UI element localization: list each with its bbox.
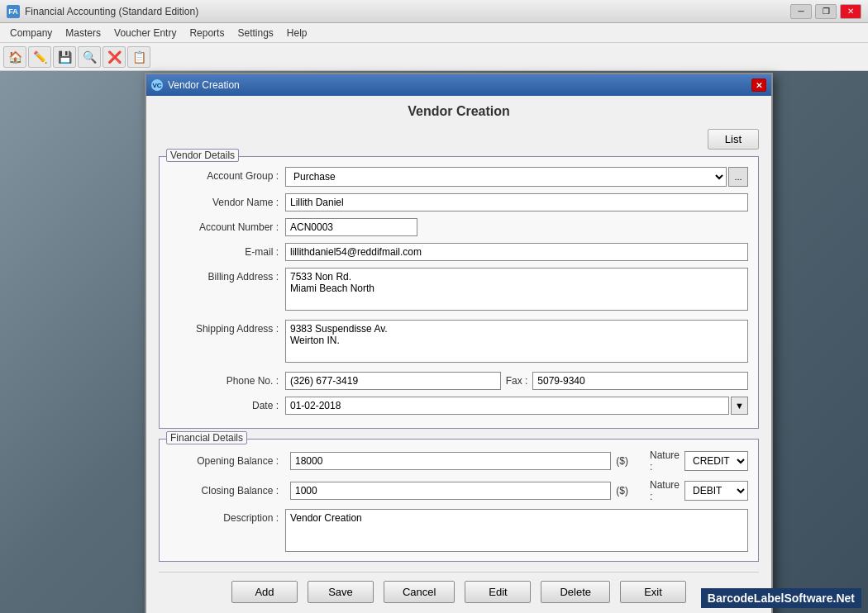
dialog-titlebar: VC Vendor Creation ✕: [146, 74, 771, 96]
description-row: Description : Vendor Creation: [169, 509, 748, 554]
email-control: [285, 243, 748, 261]
vendor-name-label: Vendor Name :: [169, 193, 285, 208]
dialog-body: Vendor Creation List Vendor Details Acco…: [146, 96, 771, 613]
vendor-details-section: Vendor Details Account Group : Purchase …: [159, 156, 759, 429]
account-number-row: Account Number :: [169, 218, 748, 236]
closing-nature-label: Nature :: [650, 479, 680, 502]
fax-label: Fax :: [506, 375, 528, 387]
opening-balance-label: Opening Balance :: [169, 455, 285, 467]
menu-settings[interactable]: Settings: [231, 26, 279, 40]
email-input[interactable]: [285, 243, 748, 261]
dialog-titlebar-left: VC Vendor Creation: [151, 79, 240, 91]
shipping-address-label: Shipping Address :: [169, 320, 285, 335]
toolbar-clipboard[interactable]: 📋: [127, 46, 150, 68]
date-label: Date :: [169, 397, 285, 411]
account-number-input[interactable]: [285, 218, 417, 236]
edit-button[interactable]: Edit: [465, 581, 531, 603]
vendor-name-control: [285, 193, 748, 211]
date-input[interactable]: [285, 397, 729, 415]
vendor-details-label: Vendor Details: [166, 149, 239, 162]
app-icon: FA: [7, 5, 20, 18]
toolbar-edit[interactable]: ✏️: [28, 46, 51, 68]
exit-button[interactable]: Exit: [620, 581, 686, 603]
button-bar: Add Save Cancel Edit Delete Exit: [159, 572, 759, 607]
account-group-row: Account Group : Purchase Sales Expense I…: [169, 167, 748, 187]
closing-nature-select[interactable]: DEBIT CREDIT: [684, 481, 748, 501]
date-input-row: ▼: [285, 397, 748, 415]
menubar: Company Masters Voucher Entry Reports Se…: [0, 23, 868, 43]
closing-balance-label: Closing Balance :: [169, 485, 285, 497]
delete-button[interactable]: Delete: [541, 581, 610, 603]
save-button[interactable]: Save: [308, 581, 374, 603]
financial-details-label: Financial Details: [166, 431, 247, 444]
dialog-close-button[interactable]: ✕: [751, 78, 766, 92]
toolbar-home[interactable]: 🏠: [3, 46, 26, 68]
watermark: BarcodeLabelSoftware.Net: [701, 588, 861, 608]
restore-button[interactable]: ❐: [815, 4, 837, 19]
email-label: E-mail :: [169, 243, 285, 258]
opening-balance-input[interactable]: [290, 452, 611, 470]
add-button[interactable]: Add: [231, 581, 298, 603]
shipping-address-control: 9383 Suspendisse Av. Weirton IN.: [285, 320, 748, 365]
billing-address-row: Billing Address : 7533 Non Rd. Miami Bea…: [169, 268, 748, 313]
shipping-address-input[interactable]: 9383 Suspendisse Av. Weirton IN.: [285, 320, 748, 363]
account-group-control: Purchase Sales Expense Income ...: [285, 167, 748, 187]
window-controls: ─ ❐ ✕: [790, 4, 861, 19]
minimize-button[interactable]: ─: [790, 4, 812, 19]
closing-balance-row: Closing Balance : ($) Nature : DEBIT CRE…: [169, 479, 748, 502]
dialog-heading: Vendor Creation: [159, 104, 759, 119]
billing-address-input[interactable]: 7533 Non Rd. Miami Beach North: [285, 268, 748, 311]
phone-input[interactable]: [285, 372, 501, 390]
phone-fax-row: Fax :: [285, 372, 748, 390]
date-row: Date : ▼: [169, 397, 748, 415]
description-control: Vendor Creation: [285, 509, 748, 554]
phone-control: Fax :: [285, 372, 748, 390]
menu-masters[interactable]: Masters: [59, 26, 107, 40]
account-number-control: [285, 218, 417, 236]
account-group-ellipsis[interactable]: ...: [728, 167, 748, 187]
toolbar-search[interactable]: 🔍: [78, 46, 101, 68]
financial-details-section: Financial Details Opening Balance : ($) …: [159, 439, 759, 562]
shipping-address-row: Shipping Address : 9383 Suspendisse Av. …: [169, 320, 748, 365]
closing-balance-input[interactable]: [290, 482, 611, 500]
dialog-icon: VC: [151, 79, 163, 91]
app-title: Financial Accounting (Standard Edition): [25, 6, 790, 17]
billing-address-control: 7533 Non Rd. Miami Beach North: [285, 268, 748, 313]
phone-row: Phone No. : Fax :: [169, 372, 748, 390]
close-app-button[interactable]: ✕: [840, 4, 861, 19]
vendor-name-row: Vendor Name :: [169, 193, 748, 211]
menu-reports[interactable]: Reports: [183, 26, 231, 40]
description-input[interactable]: Vendor Creation: [285, 509, 748, 552]
billing-address-label: Billing Address :: [169, 268, 285, 283]
account-group-label: Account Group :: [169, 167, 285, 182]
email-row: E-mail :: [169, 243, 748, 261]
toolbar-save[interactable]: 💾: [53, 46, 76, 68]
opening-nature-label: Nature :: [650, 449, 680, 473]
menu-company[interactable]: Company: [3, 26, 59, 40]
toolbar-delete[interactable]: ❌: [103, 46, 126, 68]
account-group-select[interactable]: Purchase Sales Expense Income: [285, 167, 727, 187]
list-btn-row: List: [159, 129, 759, 150]
toolbar: 🏠 ✏️ 💾 🔍 ❌ 📋: [0, 43, 868, 71]
phone-label: Phone No. :: [169, 372, 285, 387]
menu-help[interactable]: Help: [280, 26, 314, 40]
account-group-input-group: Purchase Sales Expense Income ...: [285, 167, 748, 187]
date-control: ▼: [285, 397, 748, 415]
dialog-title: Vendor Creation: [168, 79, 240, 91]
description-label: Description :: [169, 509, 285, 524]
vendor-name-input[interactable]: [285, 193, 748, 211]
fax-input[interactable]: [532, 372, 748, 390]
vendor-creation-dialog: VC Vendor Creation ✕ Vendor Creation Lis…: [145, 73, 773, 613]
closing-balance-unit: ($): [616, 485, 628, 497]
calendar-button[interactable]: ▼: [731, 397, 748, 415]
app-titlebar: FA Financial Accounting (Standard Editio…: [0, 0, 868, 23]
list-button[interactable]: List: [708, 129, 759, 150]
opening-balance-row: Opening Balance : ($) Nature : CREDIT DE…: [169, 449, 748, 473]
account-number-label: Account Number :: [169, 218, 285, 233]
cancel-button[interactable]: Cancel: [384, 581, 455, 603]
opening-balance-unit: ($): [616, 455, 628, 467]
menu-voucher-entry[interactable]: Voucher Entry: [107, 26, 183, 40]
opening-nature-select[interactable]: CREDIT DEBIT: [684, 451, 748, 471]
